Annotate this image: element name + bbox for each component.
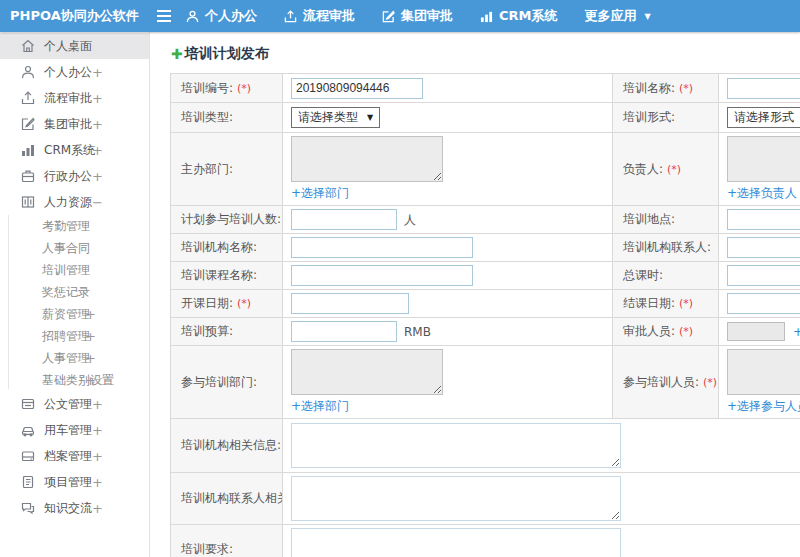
sidebar-item-personal-office[interactable]: 个人办公 + bbox=[0, 59, 149, 85]
expand-toggle[interactable]: + bbox=[92, 475, 103, 490]
collapse-toggle[interactable]: − bbox=[92, 195, 103, 210]
topbar-item-group-approval[interactable]: 集团审批 bbox=[382, 7, 453, 25]
field-label: 培训预算: bbox=[181, 324, 233, 338]
planned-count-input[interactable] bbox=[291, 209, 397, 230]
expand-toggle[interactable]: + bbox=[85, 307, 96, 322]
hr-icon bbox=[21, 195, 36, 210]
expand-toggle[interactable]: + bbox=[92, 91, 103, 106]
sidebar-subitem-rewards[interactable]: 奖惩记录 bbox=[0, 281, 149, 303]
sidebar-subitem-hr-contract[interactable]: 人事合同 bbox=[0, 237, 149, 259]
join-staff-textarea[interactable] bbox=[727, 349, 800, 395]
sidebar-subitem-base-category[interactable]: 基础类别设置 + bbox=[0, 369, 149, 391]
select-participants-link[interactable]: +选择参与人员 bbox=[727, 398, 800, 415]
sidebar-subitem-training[interactable]: 培训管理 bbox=[0, 259, 149, 281]
select-department-link[interactable]: +选择部门 bbox=[291, 398, 349, 415]
expand-toggle[interactable]: + bbox=[92, 423, 103, 438]
sidebar-item-human-resources[interactable]: 人力资源 − bbox=[0, 189, 149, 215]
sidebar-item-vehicle[interactable]: 用车管理 + bbox=[0, 417, 149, 443]
topbar-item-personal-office[interactable]: 个人办公 bbox=[186, 7, 257, 25]
field-label: 培训机构相关信息: bbox=[181, 438, 281, 452]
org-name-input[interactable] bbox=[291, 237, 473, 258]
expand-toggle[interactable]: + bbox=[92, 143, 103, 158]
budget-input[interactable] bbox=[291, 321, 397, 342]
expand-toggle[interactable]: + bbox=[92, 169, 103, 184]
expand-toggle[interactable]: + bbox=[85, 329, 96, 344]
sidebar-item-knowledge[interactable]: 知识交流 + bbox=[0, 495, 149, 521]
topbar-item-label: 流程审批 bbox=[303, 7, 355, 25]
sidebar-item-group-approval[interactable]: 集团审批 + bbox=[0, 111, 149, 137]
form-row: 参与培训部门: +选择部门 参与培训人员:(*) +选择参与人员 bbox=[171, 346, 800, 419]
required-mark: (*) bbox=[237, 82, 251, 95]
edit-icon bbox=[382, 10, 395, 23]
expand-toggle[interactable]: + bbox=[85, 373, 96, 388]
sidebar-subitem-salary[interactable]: 薪资管理 + bbox=[0, 303, 149, 325]
chart-icon bbox=[480, 10, 493, 23]
chart-icon bbox=[21, 143, 36, 158]
total-hours-input[interactable] bbox=[727, 265, 800, 286]
sidebar-subitem-label: 培训管理 bbox=[42, 262, 90, 279]
home-icon bbox=[21, 39, 36, 54]
topbar-item-label: 个人办公 bbox=[205, 7, 257, 25]
sidebar-item-admin-office[interactable]: 行政办公 + bbox=[0, 163, 149, 189]
sidebar-item-label: 个人办公 bbox=[44, 64, 92, 81]
expand-toggle[interactable]: + bbox=[85, 351, 96, 366]
sidebar-subitem-attendance[interactable]: 考勤管理 bbox=[0, 215, 149, 237]
sidebar-item-label: 行政办公 bbox=[44, 168, 92, 185]
page-title-text: 培训计划发布 bbox=[185, 45, 269, 63]
requirements-textarea[interactable] bbox=[291, 528, 621, 557]
required-mark: (*) bbox=[667, 163, 681, 176]
location-input[interactable] bbox=[727, 209, 800, 230]
end-date-input[interactable] bbox=[727, 293, 800, 314]
sidebar-item-label: 档案管理 bbox=[44, 448, 92, 465]
select-leader-link[interactable]: +选择负责人 bbox=[727, 185, 797, 202]
org-contact-info-textarea[interactable] bbox=[291, 476, 621, 521]
field-label: 培训机构联系人相关信息: bbox=[181, 491, 283, 505]
expand-toggle[interactable]: + bbox=[92, 397, 103, 412]
sidebar-item-official-docs[interactable]: 公文管理 + bbox=[0, 391, 149, 417]
host-department-textarea[interactable] bbox=[291, 136, 443, 182]
org-contact-input[interactable] bbox=[727, 237, 800, 258]
form-row: 开课日期:(*) 结课日期:(*) bbox=[171, 290, 800, 318]
topbar-item-more-apps[interactable]: 更多应用 ▼ bbox=[585, 7, 651, 25]
expand-toggle[interactable]: + bbox=[92, 449, 103, 464]
sidebar-item-crm[interactable]: CRM系统 + bbox=[0, 137, 149, 163]
user-icon bbox=[21, 65, 36, 80]
select-value: 请选择形式 bbox=[734, 109, 794, 126]
approver-input[interactable] bbox=[727, 322, 785, 341]
sidebar-item-archives[interactable]: 档案管理 + bbox=[0, 443, 149, 469]
user-icon bbox=[186, 10, 199, 23]
sidebar-item-personal-desktop[interactable]: 个人桌面 bbox=[0, 33, 149, 59]
org-info-textarea[interactable] bbox=[291, 423, 621, 468]
expand-toggle[interactable]: + bbox=[92, 65, 103, 80]
training-name-input[interactable] bbox=[727, 78, 800, 99]
sidebar-item-projects[interactable]: 项目管理 + bbox=[0, 469, 149, 495]
topbar-item-workflow-approval[interactable]: 流程审批 bbox=[284, 7, 355, 25]
form-row: 培训机构名称: 培训机构联系人: bbox=[171, 234, 800, 262]
expand-toggle[interactable]: + bbox=[92, 117, 103, 132]
join-department-textarea[interactable] bbox=[291, 349, 443, 395]
start-date-input[interactable] bbox=[291, 293, 409, 314]
leader-textarea[interactable] bbox=[727, 136, 800, 182]
required-mark: (*) bbox=[679, 297, 693, 310]
required-mark: (*) bbox=[679, 82, 693, 95]
hamburger-menu-icon[interactable] bbox=[156, 9, 172, 23]
select-approver-link[interactable]: +选择审批人员 bbox=[793, 324, 800, 341]
sidebar-item-workflow-approval[interactable]: 流程审批 + bbox=[0, 85, 149, 111]
course-name-input[interactable] bbox=[291, 265, 473, 286]
form-row: 培训机构相关信息: bbox=[171, 419, 800, 473]
training-mode-select[interactable]: 请选择形式 ▼ bbox=[727, 107, 800, 128]
sidebar-subitem-label: 基础类别设置 bbox=[42, 372, 114, 389]
sidebar-subitem-recruitment[interactable]: 招聘管理 + bbox=[0, 325, 149, 347]
caret-down-icon: ▼ bbox=[367, 113, 373, 122]
select-department-link[interactable]: +选择部门 bbox=[291, 185, 349, 202]
sidebar-item-label: 集团审批 bbox=[44, 116, 92, 133]
sidebar-subitem-label: 奖惩记录 bbox=[42, 284, 90, 301]
topbar-item-crm[interactable]: CRM系统 bbox=[480, 7, 558, 25]
sidebar-subitem-personnel[interactable]: 人事管理 + bbox=[0, 347, 149, 369]
expand-toggle[interactable]: + bbox=[92, 501, 103, 516]
topbar-nav: 个人办公 流程审批 集团审批 CRM系统 更多应用 ▼ bbox=[186, 7, 651, 25]
required-mark: (*) bbox=[679, 325, 693, 338]
field-label: 参与培训部门: bbox=[181, 375, 257, 389]
training-type-select[interactable]: 请选择类型 ▼ bbox=[291, 107, 380, 128]
training-number-input[interactable] bbox=[291, 78, 423, 99]
